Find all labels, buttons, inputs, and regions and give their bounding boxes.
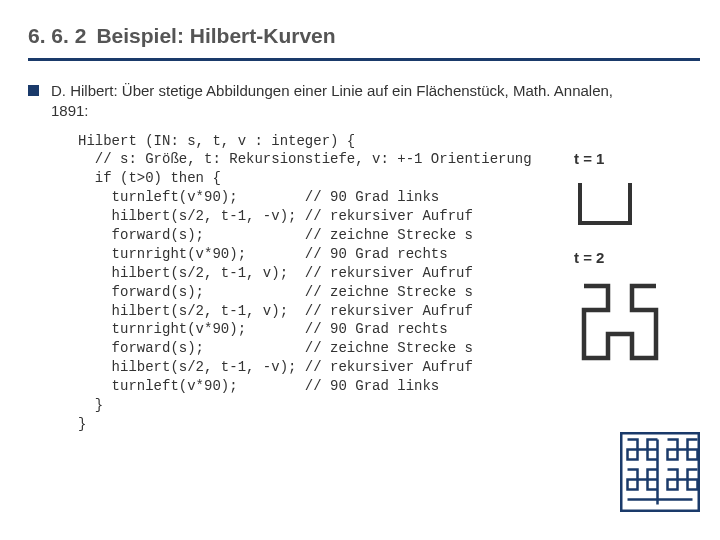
bullet-icon bbox=[28, 85, 39, 96]
hilbert-decor-icon bbox=[620, 432, 700, 512]
figure-column: t = 1 t = 2 bbox=[570, 122, 700, 370]
code-block: Hilbert (IN: s, t, v : integer) { // s: … bbox=[78, 132, 570, 434]
section-title: Beispiel: Hilbert-Kurven bbox=[96, 24, 335, 47]
body-row: D. Hilbert: Über stetige Abbildungen ein… bbox=[28, 81, 700, 122]
figure-label-t2: t = 2 bbox=[570, 249, 700, 266]
hilbert-t1-figure bbox=[570, 175, 650, 231]
section-number: 6. 6. 2 bbox=[28, 24, 86, 47]
code-column: Hilbert (IN: s, t, v : integer) { // s: … bbox=[28, 122, 570, 434]
intro-text: D. Hilbert: Über stetige Abbildungen ein… bbox=[51, 81, 651, 122]
section-heading: 6. 6. 2Beispiel: Hilbert-Kurven bbox=[28, 24, 700, 61]
slide: 6. 6. 2Beispiel: Hilbert-Kurven D. Hilbe… bbox=[0, 0, 720, 540]
figure-label-t1: t = 1 bbox=[570, 150, 700, 167]
content-row: Hilbert (IN: s, t, v : integer) { // s: … bbox=[28, 122, 700, 434]
